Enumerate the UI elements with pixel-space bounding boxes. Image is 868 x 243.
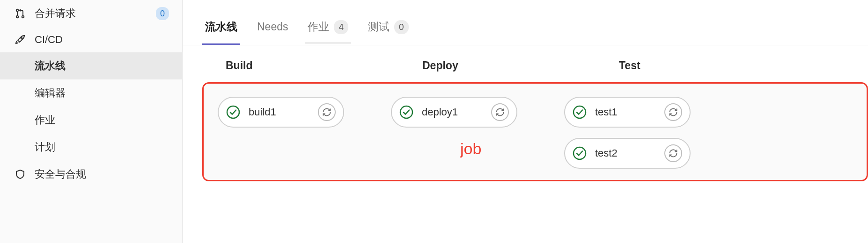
- job-test2[interactable]: test2: [564, 138, 691, 169]
- tests-count-badge: 0: [394, 20, 409, 34]
- sidebar-item-merge-requests[interactable]: 合并请求 0: [0, 0, 182, 27]
- stage-test-jobs: test1 test2: [564, 97, 691, 169]
- tab-label: 测试: [368, 20, 390, 34]
- rocket-icon: [14, 34, 26, 46]
- retry-icon[interactable]: [664, 103, 682, 121]
- stage-deploy-jobs: deploy1: [391, 97, 517, 169]
- sidebar-item-editor[interactable]: 编辑器: [0, 79, 182, 107]
- merge-requests-count-badge: 0: [156, 7, 169, 20]
- sidebar: 合并请求 0 CI/CD 流水线 编辑器 作业 计划 安全与合规: [0, 0, 183, 243]
- job-label: test1: [595, 106, 657, 118]
- svg-point-6: [574, 106, 586, 118]
- retry-icon[interactable]: [664, 144, 682, 162]
- stage-headers: Build Deploy Test: [202, 59, 868, 82]
- job-deploy1[interactable]: deploy1: [391, 97, 517, 128]
- tab-label: Needs: [257, 21, 288, 33]
- pipeline-tabs: 流水线 Needs 作业 4 测试 0: [183, 0, 868, 45]
- stage-header-build: Build: [221, 59, 352, 72]
- jobs-count-badge: 4: [334, 20, 348, 34]
- shield-icon: [14, 168, 26, 180]
- job-build1[interactable]: build1: [218, 97, 344, 128]
- merge-request-icon: [14, 7, 26, 20]
- annotation-label: job: [460, 140, 481, 158]
- sidebar-item-label: CI/CD: [35, 34, 63, 46]
- job-label: deploy1: [422, 106, 484, 118]
- sidebar-item-jobs[interactable]: 作业: [0, 107, 182, 134]
- job-label: test2: [595, 147, 657, 159]
- status-passed-icon: [398, 104, 414, 120]
- tab-label: 作业: [308, 20, 329, 34]
- sidebar-item-label: 编辑器: [35, 86, 66, 100]
- job-label: build1: [249, 106, 310, 118]
- sidebar-item-label: 计划: [35, 140, 55, 154]
- sidebar-item-schedules[interactable]: 计划: [0, 134, 182, 161]
- svg-point-4: [227, 106, 239, 118]
- status-passed-icon: [572, 104, 588, 120]
- svg-point-2: [22, 16, 24, 18]
- status-passed-icon: [572, 145, 588, 161]
- retry-icon[interactable]: [491, 103, 509, 121]
- job-test1[interactable]: test1: [564, 97, 691, 128]
- svg-point-3: [21, 38, 22, 39]
- svg-point-0: [16, 9, 18, 11]
- svg-point-7: [574, 147, 586, 159]
- svg-point-1: [16, 16, 18, 18]
- retry-icon[interactable]: [318, 103, 336, 121]
- sidebar-item-label: 安全与合规: [35, 167, 86, 181]
- sidebar-item-cicd[interactable]: CI/CD: [0, 27, 182, 52]
- main-panel: 流水线 Needs 作业 4 测试 0 Build Deploy Test: [183, 0, 868, 243]
- sidebar-item-label: 作业: [35, 113, 55, 127]
- tab-needs[interactable]: Needs: [254, 15, 291, 44]
- sidebar-item-label: 流水线: [35, 59, 66, 73]
- sidebar-item-pipelines[interactable]: 流水线: [0, 52, 182, 79]
- jobs-annotation-box: build1 deploy1: [202, 82, 868, 181]
- svg-point-5: [400, 106, 412, 118]
- stage-header-deploy: Deploy: [418, 59, 549, 72]
- status-passed-icon: [225, 104, 241, 120]
- tab-tests[interactable]: 测试 0: [365, 14, 412, 45]
- sidebar-item-label: 合并请求: [35, 7, 76, 21]
- pipeline-graph: Build Deploy Test build1: [202, 59, 868, 181]
- tab-jobs[interactable]: 作业 4: [305, 14, 351, 45]
- stage-build-jobs: build1: [218, 97, 344, 169]
- sidebar-item-security[interactable]: 安全与合规: [0, 161, 182, 188]
- stage-header-test: Test: [614, 59, 745, 72]
- tab-pipeline[interactable]: 流水线: [202, 14, 240, 45]
- tab-label: 流水线: [205, 20, 237, 34]
